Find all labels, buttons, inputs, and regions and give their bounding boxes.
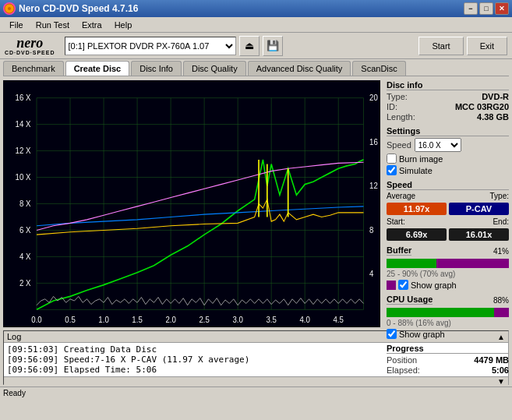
svg-text:3.5: 3.5 xyxy=(266,316,277,324)
disc-type-label: Type: xyxy=(387,92,408,101)
position-row: Position 4479 MB xyxy=(387,355,509,365)
status-text: Ready xyxy=(3,389,26,397)
app-icon xyxy=(3,2,16,15)
title-bar: Nero CD-DVD Speed 4.7.16 − □ ✕ xyxy=(0,0,512,17)
disc-length-value: 4.38 GB xyxy=(477,112,509,122)
disc-id-label: ID: xyxy=(387,102,397,111)
disc-id-row: ID: MCC 03RG20 xyxy=(387,102,509,111)
cpu-show-graph-checkbox[interactable] xyxy=(387,329,397,339)
svg-text:12: 12 xyxy=(369,182,378,190)
simulate-label: Simulate xyxy=(399,166,433,175)
cpu-title: CPU Usage xyxy=(387,295,433,305)
status-bar: Ready xyxy=(0,386,512,399)
start-button[interactable]: Start xyxy=(418,37,463,55)
svg-text:14 X: 14 X xyxy=(16,120,31,129)
menu-help[interactable]: Help xyxy=(108,19,139,31)
type-label: Type: xyxy=(490,192,509,200)
tab-advanced-disc-quality[interactable]: Advanced Disc Quality xyxy=(248,61,351,76)
svg-text:4.5: 4.5 xyxy=(334,316,344,324)
cpu-section: CPU Usage 88% 0 - 88% (16% avg) Show gra… xyxy=(387,295,509,339)
disc-info-section: Disc info Type: DVD-R ID: MCC 03RG20 Len… xyxy=(387,80,509,122)
elapsed-value: 5:06 xyxy=(492,365,509,375)
menu-file[interactable]: File xyxy=(3,19,30,31)
disc-length-label: Length: xyxy=(387,112,415,122)
drive-select[interactable]: [0:1] PLEXTOR DVDR PX-760A 1.07 xyxy=(65,37,236,55)
eject-button[interactable]: ⏏ xyxy=(239,36,260,56)
disc-type-row: Type: DVD-R xyxy=(387,92,509,101)
speed-section: Speed Average Type: 11.97x P-CAV Start: … xyxy=(387,180,509,241)
elapsed-row: Elapsed: 5:06 xyxy=(387,365,509,375)
svg-text:20: 20 xyxy=(369,94,378,102)
nero-logo-text: nero xyxy=(16,36,43,50)
nero-logo: nero CD·DVD·SPEED xyxy=(5,36,55,55)
average-speed-value: 11.97x xyxy=(387,203,447,215)
cpu-show-graph-row: Show graph xyxy=(387,329,509,339)
svg-text:2 X: 2 X xyxy=(19,279,31,288)
speed-select[interactable]: 16.0 X 12.0 X 8.0 X xyxy=(415,138,461,152)
tab-create-disc[interactable]: Create Disc xyxy=(65,61,130,76)
maximize-button[interactable]: □ xyxy=(479,2,493,15)
tab-benchmark[interactable]: Benchmark xyxy=(3,61,64,76)
svg-text:16: 16 xyxy=(369,137,378,146)
svg-text:8 X: 8 X xyxy=(19,199,31,208)
cpu-show-graph-label: Show graph xyxy=(399,330,445,339)
nero-logo-sub: CD·DVD·SPEED xyxy=(5,50,55,55)
svg-text:4 X: 4 X xyxy=(19,252,31,261)
svg-text:6 X: 6 X xyxy=(19,226,31,235)
tab-scandisc[interactable]: ScanDisc xyxy=(352,61,405,76)
title-bar-left: Nero CD-DVD Speed 4.7.16 xyxy=(3,2,138,15)
save-button[interactable]: 💾 xyxy=(263,36,283,56)
tab-disc-info[interactable]: Disc Info xyxy=(131,61,182,76)
settings-title: Settings xyxy=(387,126,509,136)
exit-button[interactable]: Exit xyxy=(467,37,507,55)
position-value: 4479 MB xyxy=(474,355,509,365)
log-header-label: Log xyxy=(7,332,21,341)
buffer-bar xyxy=(387,259,509,268)
speed-section-title: Speed xyxy=(387,180,509,190)
svg-text:3.0: 3.0 xyxy=(232,316,243,324)
toolbar: nero CD·DVD·SPEED [0:1] PLEXTOR DVDR PX-… xyxy=(0,33,512,59)
speed-label: Speed xyxy=(387,140,411,150)
menu-run-test[interactable]: Run Test xyxy=(30,19,76,31)
buffer-section: Buffer 41% 25 - 90% (70% avg) Show graph xyxy=(387,245,509,290)
buffer-show-graph-label: Show graph xyxy=(411,281,457,290)
burn-image-label: Burn image xyxy=(399,154,443,164)
buffer-range: 25 - 90% (70% avg) xyxy=(387,270,509,278)
svg-text:0.0: 0.0 xyxy=(31,316,42,324)
menu-bar: File Run Test Extra Help xyxy=(0,17,512,33)
right-panel: Disc info Type: DVD-R ID: MCC 03RG20 Len… xyxy=(383,77,512,330)
progress-section: Progress Position 4479 MB Elapsed: 5:06 xyxy=(387,344,509,375)
position-label: Position xyxy=(387,355,417,365)
svg-text:1.5: 1.5 xyxy=(132,316,143,324)
cpu-bar-fill xyxy=(387,308,494,317)
log-scroll-down[interactable]: ▼ xyxy=(497,377,505,386)
svg-text:0.5: 0.5 xyxy=(65,316,76,324)
chart-svg: 16 X 14 X 12 X 10 X 8 X 6 X 4 X 2 X 20 1… xyxy=(3,80,380,327)
burn-image-row: Burn image xyxy=(387,154,509,164)
disc-length-row: Length: 4.38 GB xyxy=(387,112,509,122)
svg-text:2.5: 2.5 xyxy=(199,316,210,324)
buffer-show-graph-checkbox[interactable] xyxy=(398,280,408,290)
burn-image-checkbox[interactable] xyxy=(387,154,397,164)
svg-text:16 X: 16 X xyxy=(16,94,31,102)
simulate-checkbox[interactable] xyxy=(387,165,397,175)
disc-info-title: Disc info xyxy=(387,80,509,90)
chart-area: 16 X 14 X 12 X 10 X 8 X 6 X 4 X 2 X 20 1… xyxy=(3,80,380,327)
average-label: Average xyxy=(387,192,415,200)
tab-disc-quality[interactable]: Disc Quality xyxy=(183,61,246,76)
log-scroll-up[interactable]: ▲ xyxy=(497,333,505,341)
svg-text:4.0: 4.0 xyxy=(299,316,310,324)
svg-text:12 X: 12 X xyxy=(16,146,31,155)
buffer-title: Buffer xyxy=(387,245,411,256)
buffer-show-graph-row: Show graph xyxy=(387,280,509,290)
log-footer: ▼ xyxy=(4,376,508,386)
buffer-color-box xyxy=(387,281,396,290)
svg-text:4: 4 xyxy=(369,270,374,278)
menu-extra[interactable]: Extra xyxy=(76,19,108,31)
title-controls: − □ ✕ xyxy=(464,2,509,15)
disc-type-value: DVD-R xyxy=(482,92,509,101)
elapsed-label: Elapsed: xyxy=(387,365,420,375)
minimize-button[interactable]: − xyxy=(464,2,478,15)
end-speed-value: 16.01x xyxy=(449,228,509,241)
close-button[interactable]: ✕ xyxy=(495,2,509,15)
